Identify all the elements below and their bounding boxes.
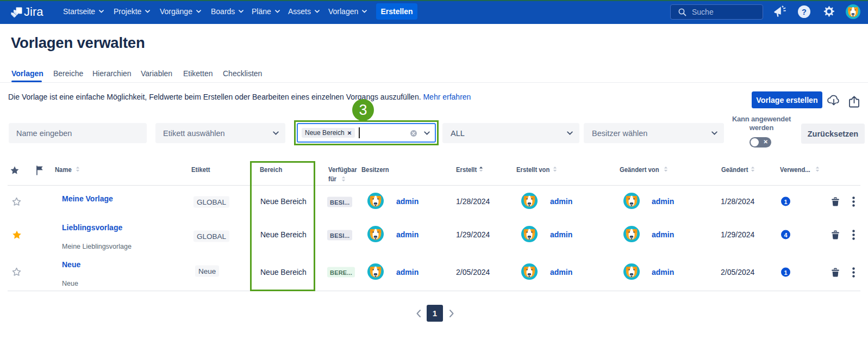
svg-text:?: ? [802,8,807,16]
